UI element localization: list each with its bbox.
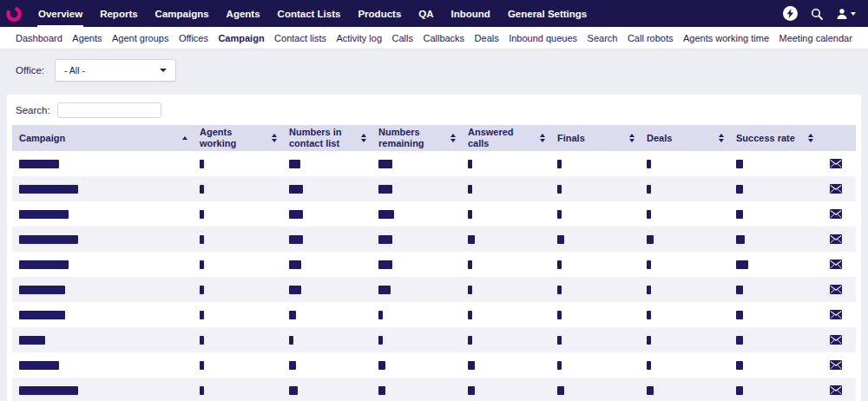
table-row[interactable] [12,277,856,302]
column-header-success-rate[interactable]: Success rate [729,125,819,151]
column-label: Numbers remaining [378,127,424,148]
subnav-item-calls[interactable]: Calls [392,33,413,43]
sort-both-icon[interactable] [629,134,635,142]
sort-both-icon[interactable] [272,134,277,142]
table-row[interactable] [12,352,856,378]
email-icon[interactable] [830,260,842,269]
chevron-down-icon [160,69,167,72]
sort-both-icon[interactable] [808,134,813,142]
redacted-campaign-name [19,386,78,395]
subnav-item-meeting-calendar[interactable]: Meeting calendar [779,33,852,43]
search-input[interactable] [57,102,161,118]
redacted-campaign-name [19,210,69,219]
subnav-item-search[interactable]: Search [588,33,618,43]
sort-both-icon[interactable] [361,134,366,142]
column-header-deals[interactable]: Deals [640,125,729,151]
sort-asc-icon[interactable] [182,136,187,140]
subnav-item-agents-working-time[interactable]: Agents working time [683,33,769,43]
redacted-value [647,235,654,244]
user-menu-icon[interactable] [836,8,856,20]
topnav-item-campaigns[interactable]: Campaigns [147,0,218,27]
table-row[interactable] [12,227,856,252]
subnav-item-deals[interactable]: Deals [475,33,499,43]
redacted-value [289,185,303,194]
redacted-value [378,336,383,345]
topnav-item-inbound[interactable]: Inbound [443,0,499,27]
column-header-campaign[interactable]: Campaign [12,125,193,151]
subnav-item-dashboard[interactable]: Dashboard [16,33,62,43]
search-label: Search: [16,105,50,115]
topnav-item-qa[interactable]: QA [410,0,442,27]
subnav-item-offices[interactable]: Offices [179,33,208,43]
email-icon[interactable] [830,209,842,219]
redacted-value [736,311,743,319]
redacted-value [468,311,472,319]
redacted-value [647,386,654,395]
redacted-value [557,260,562,269]
table-row[interactable] [12,201,856,227]
column-header-answered-calls[interactable]: Answered calls [461,125,550,151]
table-row[interactable] [12,378,856,401]
subnav-item-callbacks[interactable]: Callbacks [423,33,464,43]
email-icon[interactable] [830,335,842,345]
subnav-item-call-robots[interactable]: Call robots [628,33,674,43]
subnav-item-contact-lists[interactable]: Contact lists [274,33,326,43]
subnav-item-agent-groups[interactable]: Agent groups [112,33,168,43]
redacted-value [289,160,300,168]
column-header-agents-working[interactable]: Agents working [193,125,282,151]
redacted-value [289,260,301,269]
sub-navigation: DashboardAgentsAgent groupsOfficesCampai… [0,27,868,49]
column-label: Finals [557,133,585,143]
redacted-campaign-name [19,361,59,370]
column-header-numbers-in-contact-list[interactable]: Numbers in contact list [282,125,372,151]
office-select[interactable]: - All - [55,59,176,82]
bolt-icon[interactable] [783,6,798,21]
redacted-value [557,361,562,370]
email-icon[interactable] [830,385,842,395]
column-label: Numbers in contact list [289,127,342,148]
subnav-item-inbound-queues[interactable]: Inbound queues [509,33,577,43]
table-row[interactable] [12,176,856,201]
sort-both-icon[interactable] [540,134,545,142]
campaign-table: CampaignAgents workingNumbers in contact… [12,125,856,401]
table-row[interactable] [12,327,856,352]
redacted-value [289,210,303,219]
sort-both-icon[interactable] [450,134,456,142]
email-icon[interactable] [830,310,842,319]
redacted-value [200,210,204,219]
redacted-value [289,386,298,395]
column-header-mail [819,125,856,151]
search-row: Search: [7,95,861,125]
column-header-finals[interactable]: Finals [550,125,640,151]
subnav-item-campaign[interactable]: Campaign [218,33,264,43]
email-icon[interactable] [830,184,842,194]
subnav-item-agents[interactable]: Agents [72,33,102,43]
topnav-item-reports[interactable]: Reports [91,0,146,27]
sort-both-icon[interactable] [719,134,724,142]
app-logo[interactable] [0,0,28,27]
topnav-item-contact-lists[interactable]: Contact Lists [269,0,350,27]
email-icon[interactable] [830,285,842,294]
redacted-campaign-name [19,185,78,194]
topnav-item-agents[interactable]: Agents [218,0,269,27]
redacted-campaign-name [19,235,78,244]
redacted-value [378,286,391,294]
table-header-row: CampaignAgents workingNumbers in contact… [12,125,856,151]
topnav-item-overview[interactable]: Overview [30,0,91,27]
table-row[interactable] [12,252,856,277]
email-icon[interactable] [830,360,842,370]
email-icon[interactable] [830,159,842,168]
redacted-value [736,260,748,269]
chevron-down-icon [851,12,856,16]
topnav-item-products[interactable]: Products [349,0,410,27]
table-row[interactable] [12,302,856,327]
search-icon[interactable] [811,8,823,20]
redacted-value [200,160,204,168]
redacted-campaign-name [19,286,65,294]
topnav-item-general-settings[interactable]: General Settings [499,0,595,27]
column-header-numbers-remaining[interactable]: Numbers remaining [372,125,461,151]
column-label: Campaign [19,133,65,143]
email-icon[interactable] [830,234,842,244]
table-row[interactable] [12,151,856,176]
subnav-item-activity-log[interactable]: Activity log [336,33,382,43]
